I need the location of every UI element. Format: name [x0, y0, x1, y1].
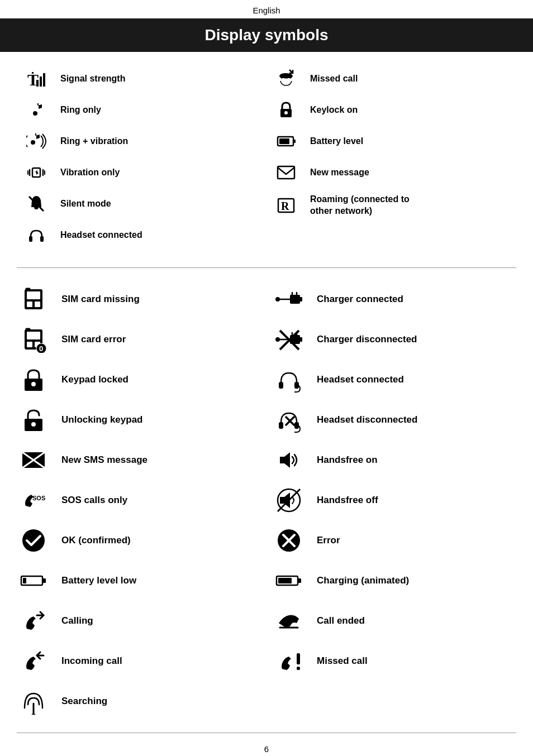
svg-rect-2: [40, 76, 42, 87]
list-item: Headset disconnected: [266, 400, 522, 440]
signal-strength-icon: T: [22, 69, 50, 89]
roaming-label: Roaming (connected toother network): [310, 194, 410, 217]
missed-call-top-icon: [272, 69, 300, 89]
keylock-on-label: Keylock on: [310, 105, 358, 115]
missed-call-bottom-label: Missed call: [317, 655, 368, 667]
svg-rect-47: [300, 297, 302, 302]
handsfree-off-icon: [272, 487, 306, 514]
svg-text:R: R: [281, 200, 289, 212]
svg-rect-53: [300, 337, 302, 342]
new-sms-message-icon: [17, 447, 50, 473]
list-item: R Roaming (connected toother network): [266, 188, 516, 223]
call-ended-icon: [272, 607, 306, 634]
charging-animated-label: Charging (animated): [317, 575, 409, 586]
list-item: Keypad locked: [11, 360, 266, 400]
headset-disconnected-icon: [272, 406, 306, 433]
calling-label: Calling: [61, 615, 93, 626]
headset-connected-top-icon: [22, 225, 50, 245]
sos-calls-only-icon: SOS: [17, 487, 50, 514]
svg-rect-74: [298, 578, 301, 583]
calling-icon: [17, 607, 50, 634]
svg-rect-25: [27, 342, 32, 347]
ring-vibration-icon: [22, 131, 50, 151]
svg-point-33: [31, 422, 36, 427]
svg-rect-14: [279, 138, 289, 144]
svg-point-51: [275, 297, 280, 302]
list-item: Searching: [11, 681, 266, 721]
list-item: Missed call: [266, 641, 522, 681]
svg-rect-19: [27, 291, 40, 299]
list-item: Call ended: [266, 601, 522, 641]
svg-marker-66: [280, 452, 290, 468]
sos-calls-only-label: SOS calls only: [61, 495, 127, 506]
keylock-on-icon: [272, 100, 300, 120]
ok-confirmed-label: OK (confirmed): [61, 535, 131, 546]
list-item: T Signal strength: [17, 63, 266, 94]
svg-rect-75: [278, 578, 292, 583]
bottom-divider: [17, 733, 516, 733]
list-item: 0 SIM card error: [11, 319, 266, 360]
svg-rect-60: [279, 382, 283, 389]
missed-call-top-label: Missed call: [310, 74, 358, 84]
list-item: Handsfree on: [266, 440, 522, 480]
headset-connected-top-label: Headset connected: [60, 230, 142, 240]
list-item: Silent mode: [17, 188, 266, 219]
list-item: SIM card missing: [11, 279, 266, 319]
list-item: Calling: [11, 601, 266, 641]
svg-rect-46: [290, 295, 300, 304]
unlocking-keypad-label: Unlocking keypad: [61, 414, 142, 425]
list-item: Battery level low: [11, 561, 266, 601]
svg-rect-77: [297, 653, 300, 664]
svg-rect-1: [36, 80, 39, 87]
incoming-call-icon: [17, 648, 50, 674]
charging-animated-icon: [272, 567, 306, 594]
list-item: Ring + vibration: [17, 126, 266, 157]
headset-connected-bottom-label: Headset connected: [317, 374, 404, 385]
svg-rect-13: [293, 140, 296, 143]
list-item: Incoming call: [11, 641, 266, 681]
searching-label: Searching: [61, 696, 107, 707]
list-item: Charging (animated): [266, 561, 522, 601]
battery-level-low-label: Battery level low: [61, 575, 136, 586]
svg-rect-15: [278, 166, 294, 179]
bottom-symbols-right: Charger connected Charger disconnected: [266, 279, 522, 721]
handsfree-on-label: Handsfree on: [317, 454, 378, 466]
incoming-call-label: Incoming call: [61, 655, 122, 667]
list-item: Charger disconnected: [266, 319, 522, 360]
signal-strength-label: Signal strength: [60, 74, 125, 84]
charger-connected-icon: [272, 286, 306, 313]
top-symbols-left: T Signal strength Ring only: [17, 63, 266, 251]
new-sms-message-label: New SMS message: [61, 454, 147, 466]
svg-point-57: [275, 337, 280, 342]
svg-point-31: [31, 382, 36, 386]
ring-vibration-label: Ring + vibration: [60, 136, 128, 146]
svg-rect-3: [43, 73, 45, 87]
list-item: New SMS message: [11, 440, 266, 480]
charger-disconnected-icon: [272, 326, 306, 353]
headset-connected-bottom-icon: [272, 366, 306, 393]
list-item: SOS SOS calls only: [11, 480, 266, 520]
page-title-bar: Display symbols: [0, 18, 533, 52]
new-message-icon: [272, 162, 300, 183]
list-item: Battery level: [266, 126, 516, 157]
svg-rect-8: [40, 236, 44, 242]
svg-rect-78: [297, 667, 300, 670]
keypad-locked-icon: [17, 366, 50, 393]
searching-icon: [17, 688, 50, 715]
list-item: Vibration only: [17, 157, 266, 188]
svg-rect-62: [279, 422, 283, 429]
bottom-symbols-section: SIM card missing 0 SIM card error: [0, 274, 533, 727]
svg-rect-22: [26, 288, 30, 291]
sim-card-missing-icon: [17, 286, 50, 313]
sim-card-error-label: SIM card error: [61, 334, 126, 345]
list-item: Error: [266, 520, 522, 561]
section-divider: [17, 267, 516, 268]
new-message-label: New message: [310, 168, 369, 178]
sim-card-error-icon: 0: [17, 326, 50, 353]
top-symbols-right: Missed call Keylock on Bat: [266, 63, 516, 251]
svg-point-11: [284, 111, 288, 114]
list-item: Handsfree off: [266, 480, 522, 520]
svg-rect-40: [42, 578, 46, 583]
charger-connected-label: Charger connected: [317, 294, 403, 305]
list-item: Charger connected: [266, 279, 522, 319]
